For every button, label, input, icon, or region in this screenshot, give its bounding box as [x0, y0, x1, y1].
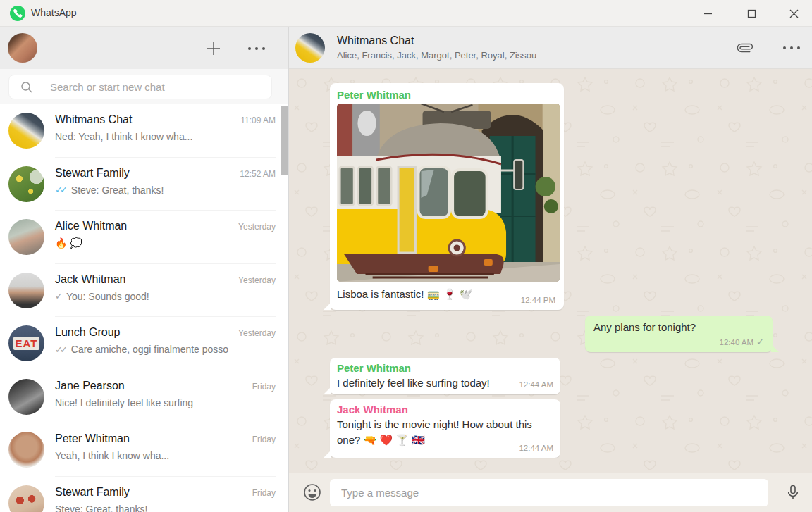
avatar: EAT — [8, 325, 44, 361]
composer-bar — [289, 473, 812, 512]
chat-time: 12:52 AM — [240, 169, 276, 179]
message-sender: Peter Whitman — [337, 362, 553, 374]
avatar-text: EAT — [13, 337, 40, 350]
search-area — [0, 69, 288, 104]
sidebar: Whitmans Chat11:09 AM Ned: Yeah, I think… — [0, 27, 289, 512]
double-tick-blue-icon: ✓✓ — [55, 185, 68, 195]
tram-photo[interactable] — [337, 104, 560, 282]
avatar — [8, 273, 44, 308]
message-time: 12:44 AM — [519, 380, 553, 389]
chat-time: Friday — [252, 488, 276, 498]
single-tick-icon: ✓ — [55, 291, 63, 301]
avatar — [8, 113, 44, 149]
close-button[interactable] — [777, 0, 810, 27]
emoji-button[interactable] — [300, 480, 324, 504]
chat-preview: Ned: Yeah, I think I know wha... — [55, 131, 276, 142]
chat-time: Yesterday — [238, 328, 276, 338]
app-title: WhatsApp — [31, 7, 77, 18]
chat-preview: ✓✓Care amiche, oggi finalmente posso — [55, 344, 276, 355]
chat-preview: Nice! I definitely feel like surfing — [55, 397, 276, 408]
whatsapp-logo-icon — [10, 6, 25, 21]
chat-time: Yesterday — [238, 222, 276, 232]
message-input[interactable] — [330, 479, 768, 506]
double-tick-icon: ✓✓ — [55, 344, 68, 355]
maximize-button[interactable] — [735, 0, 768, 27]
photo-caption: Lisboa is fantastic! 🚃 🍷 🕊️ — [337, 288, 472, 301]
sidebar-scrollbar[interactable] — [281, 106, 288, 175]
message-incoming-photo: Peter Whitman — [330, 83, 564, 310]
chat-name: Whitmans Chat — [55, 113, 132, 126]
chat-name: Jack Whitman — [55, 273, 125, 286]
chat-title: Whitmans Chat — [337, 35, 414, 47]
chat-list-item-jack-whitman[interactable]: Jack WhitmanYesterday ✓You: Sounds good! — [0, 264, 288, 318]
chat-name: Lunch Group — [55, 326, 121, 339]
group-avatar[interactable] — [295, 33, 325, 63]
messages-area: Peter Whitman — [289, 69, 812, 473]
chat-name: Stewart Family — [55, 167, 130, 180]
titlebar: WhatsApp — [0, 0, 812, 27]
chat-header[interactable]: Whitmans Chat Alice, Francis, Jack, Marg… — [289, 27, 812, 69]
chat-list: Whitmans Chat11:09 AM Ned: Yeah, I think… — [0, 104, 288, 512]
chat-name: Peter Whitman — [55, 432, 130, 445]
chat-preview: ✓You: Sounds good! — [55, 291, 276, 302]
message-text: Any plans for tonight? — [593, 321, 764, 333]
chat-preview: 🔥 💭 — [55, 237, 276, 249]
chat-name: Stewart Family — [55, 486, 130, 499]
message-sender: Jack Whitman — [337, 404, 553, 416]
chat-preview: Steve: Great, thanks! — [55, 504, 276, 512]
search-input[interactable] — [50, 76, 262, 98]
chat-time: Yesterday — [238, 275, 276, 285]
chat-menu-button[interactable] — [780, 36, 804, 60]
avatar — [8, 432, 44, 468]
photo-caption-row: Lisboa is fantastic! 🚃 🍷 🕊️ 12:44 PM — [337, 282, 560, 310]
chat-list-item-lunch-group[interactable]: EAT Lunch GroupYesterday ✓✓Care amiche, … — [0, 317, 288, 370]
chat-list-item-stewart-family-2[interactable]: Stewart FamilyFriday Steve: Great, thank… — [0, 477, 288, 512]
avatar — [8, 166, 44, 202]
avatar — [8, 379, 44, 415]
chat-participants: Alice, Francis, Jack, Margot, Peter, Roy… — [337, 50, 689, 61]
new-chat-button[interactable] — [202, 37, 226, 61]
message-incoming: Jack Whitman Tonight is the movie night!… — [330, 399, 560, 458]
attach-button[interactable] — [733, 36, 757, 60]
message-time: 12:44 PM — [521, 296, 555, 304]
my-profile-avatar[interactable] — [8, 33, 37, 63]
sent-tick-icon: ✓ — [756, 337, 764, 347]
search-icon — [20, 81, 33, 94]
chat-list-item-jane-pearson[interactable]: Jane PearsonFriday Nice! I definitely fe… — [0, 370, 288, 424]
avatar — [8, 485, 44, 512]
message-incoming: Peter Whitman I definitely feel like sur… — [330, 358, 560, 394]
chat-time: Friday — [252, 435, 276, 444]
microphone-button[interactable] — [781, 480, 805, 504]
chat-list-item-stewart-family[interactable]: Stewart Family12:52 AM ✓✓Steve: Great, t… — [0, 158, 288, 211]
avatar — [8, 219, 44, 255]
message-sender: Peter Whitman — [337, 89, 560, 101]
message-time: 12:40 AM — [720, 338, 754, 346]
chat-time: Friday — [252, 382, 276, 392]
chat-list-item-whitmans-chat[interactable]: Whitmans Chat11:09 AM Ned: Yeah, I think… — [0, 104, 288, 158]
chat-preview: ✓✓Steve: Great, thanks! — [55, 185, 276, 196]
sidebar-menu-button[interactable] — [245, 37, 269, 61]
chat-name: Alice Whitman — [55, 220, 127, 232]
chat-list-item-alice-whitman[interactable]: Alice WhitmanYesterday 🔥 💭 — [0, 211, 288, 264]
chat-time: 11:09 AM — [240, 115, 276, 125]
sidebar-header — [0, 27, 288, 69]
chat-preview: Yeah, I think I know wha... — [55, 450, 276, 461]
whatsapp-window: WhatsApp — [0, 0, 812, 512]
message-time: 12:44 AM — [519, 444, 553, 452]
search-box[interactable] — [8, 75, 272, 99]
chat-list-item-peter-whitman[interactable]: Peter WhitmanFriday Yeah, I think I know… — [0, 423, 288, 477]
chat-pane: Whitmans Chat Alice, Francis, Jack, Marg… — [289, 27, 812, 512]
message-outgoing: Any plans for tonight? 12:40 AM ✓ — [585, 316, 773, 352]
chat-name: Jane Pearson — [55, 380, 125, 392]
minimize-button[interactable] — [691, 0, 724, 27]
